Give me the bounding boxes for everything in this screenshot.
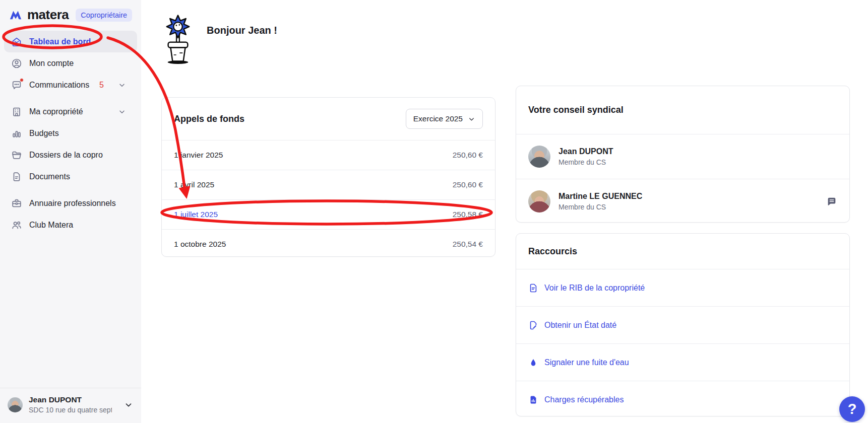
chevron-down-icon: [118, 81, 126, 89]
folder-icon: [11, 150, 22, 161]
sidebar-item-label: Communications: [29, 81, 99, 90]
sidebar-nav: Tableau de bord Mon compte: [0, 28, 141, 241]
notification-dot: [20, 78, 24, 82]
sidebar-item-tableau-de-bord[interactable]: Tableau de bord: [4, 31, 137, 52]
matera-logo-icon: [9, 9, 22, 22]
member-role: Membre du CS: [559, 203, 642, 211]
building-icon: [11, 106, 22, 117]
page-greeting: Bonjour Jean !: [207, 25, 277, 36]
sidebar-item-mon-compte[interactable]: Mon compte: [4, 52, 137, 74]
user-syndicate: SDC 10 rue du quatre sept...: [29, 406, 112, 414]
sidebar-item-club-matera[interactable]: Club Matera: [4, 214, 137, 236]
sidebar-item-ma-copropriete[interactable]: Ma copropriété: [4, 101, 137, 122]
fund-call-amount: 250,60 €: [453, 180, 483, 189]
appels-de-fonds-card: Appels de fonds Exercice 2025 1 janvier …: [161, 97, 495, 257]
document-icon: [528, 283, 538, 293]
sidebar-item-label: Dossiers de la copro: [29, 151, 130, 160]
member-name: Martine LE GUENNEC: [559, 192, 642, 201]
card-title: Appels de fonds: [174, 114, 244, 124]
fund-call-date: 1 avril 2025: [174, 180, 214, 189]
fund-call-amount: 250,60 €: [453, 151, 483, 160]
fund-call-row[interactable]: 1 octobre 2025 250,54 €: [162, 230, 495, 259]
sidebar-item-label: Budgets: [29, 129, 130, 138]
fund-call-row-juillet[interactable]: 1 juillet 2025 250,58 €: [162, 200, 495, 229]
flower-pot-illustration: [162, 13, 194, 65]
sidebar-item-label: Club Matera: [29, 221, 130, 230]
council-member-row: Martine LE GUENNEC Membre du CS: [516, 179, 849, 224]
card-title: Votre conseil syndical: [528, 105, 624, 115]
greeting: Bonjour Jean !: [162, 13, 277, 65]
sidebar: matera Copropriétaire Tableau de bord: [0, 0, 141, 423]
sidebar-item-label: Ma copropriété: [29, 107, 118, 116]
sidebar-item-label: Annuaire professionnels: [29, 199, 130, 208]
fund-call-row[interactable]: 1 janvier 2025 250,60 €: [162, 140, 495, 170]
fund-call-amount: 250,58 €: [453, 210, 483, 219]
exercice-filter-label: Exercice 2025: [413, 114, 463, 123]
user-account-switcher[interactable]: Jean DUPONT SDC 10 rue du quatre sept...: [0, 388, 141, 423]
shortcut-label: Charges récupérables: [544, 395, 624, 404]
fund-call-amount: 250,54 €: [453, 240, 483, 249]
sidebar-item-label: Tableau de bord: [29, 37, 130, 46]
sidebar-item-documents[interactable]: Documents: [4, 166, 137, 187]
card-title: Raccourcis: [528, 246, 577, 257]
shortcut-label: Voir le RIB de la copropriété: [544, 284, 645, 293]
shortcut-etat-date[interactable]: Obtenir un État daté: [516, 307, 849, 343]
raccourcis-card: Raccourcis Voir le RIB de la copropriété…: [516, 233, 850, 416]
message-member-button[interactable]: [826, 196, 837, 207]
fund-call-row[interactable]: 1 avril 2025 250,60 €: [162, 170, 495, 199]
shortcut-fuite-eau[interactable]: Signaler une fuite d'eau: [516, 344, 849, 381]
document-icon: [11, 171, 22, 182]
member-avatar: [528, 146, 550, 168]
chat-bubble-icon: [11, 80, 22, 91]
fund-call-date-link[interactable]: 1 juillet 2025: [174, 210, 218, 219]
home-icon: [11, 36, 22, 47]
shortcut-label: Obtenir un État daté: [544, 321, 616, 330]
fund-call-date: 1 janvier 2025: [174, 151, 223, 160]
document-pen-icon: [528, 320, 538, 330]
sidebar-item-label: Mon compte: [29, 59, 130, 68]
chevron-down-icon: [118, 108, 126, 116]
shortcut-voir-rib[interactable]: Voir le RIB de la copropriété: [516, 269, 849, 306]
document-chart-icon: [528, 395, 538, 405]
council-member-row: Jean DUPONT Membre du CS: [516, 134, 849, 179]
conseil-syndical-card: Votre conseil syndical Jean DUPONT Membr…: [516, 86, 850, 223]
unread-count-badge: 5: [99, 81, 104, 90]
chat-filled-icon: [826, 196, 837, 207]
brand-logo[interactable]: matera Copropriétaire: [0, 0, 141, 28]
shortcut-label: Signaler une fuite d'eau: [544, 358, 629, 367]
help-button[interactable]: ?: [839, 396, 865, 422]
user-avatar: [8, 397, 23, 412]
member-avatar: [528, 190, 550, 213]
user-circle-icon: [11, 58, 22, 69]
fund-call-date: 1 octobre 2025: [174, 240, 226, 249]
sidebar-item-communications[interactable]: Communications 5: [4, 74, 137, 96]
water-drop-icon: [528, 358, 538, 368]
chevron-down-icon: [468, 115, 475, 123]
member-name: Jean DUPONT: [559, 147, 613, 156]
sidebar-item-dossiers[interactable]: Dossiers de la copro: [4, 144, 137, 166]
bar-chart-icon: [11, 128, 22, 139]
sidebar-item-annuaire[interactable]: Annuaire professionnels: [4, 192, 137, 214]
briefcase-icon: [11, 198, 22, 209]
member-role: Membre du CS: [559, 158, 613, 166]
brand-name: matera: [27, 7, 69, 23]
exercice-filter-dropdown[interactable]: Exercice 2025: [406, 109, 483, 129]
role-badge: Copropriétaire: [76, 9, 132, 22]
shortcut-charges-recuperables[interactable]: Charges récupérables: [516, 381, 849, 418]
user-name: Jean DUPONT: [29, 395, 112, 404]
chevron-down-icon: [124, 400, 133, 409]
sidebar-item-budgets[interactable]: Budgets: [4, 122, 137, 144]
people-icon: [11, 220, 22, 231]
sidebar-item-label: Documents: [29, 172, 130, 181]
